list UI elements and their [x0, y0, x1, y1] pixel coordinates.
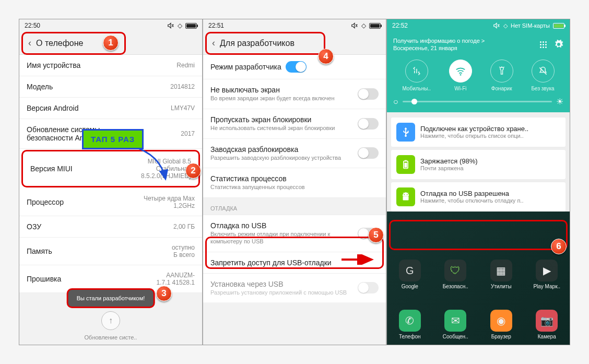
notif-charging[interactable]: Заряжается (98%)Почти заряжена	[391, 150, 566, 179]
row-device-name[interactable]: Имя устройства Redmi	[19, 55, 202, 76]
row-dev-mode[interactable]: Режим разработчика	[203, 55, 386, 79]
status-bar: 22:51 ◇	[203, 19, 386, 32]
qs-wifi[interactable]: Wi-Fi	[449, 60, 472, 91]
app-camera[interactable]: 📷Камера	[528, 310, 565, 339]
grid-icon[interactable]	[540, 41, 547, 48]
app-google[interactable]: GGoogle	[392, 260, 428, 289]
title-bar: ‹ Для разработчиков	[203, 32, 386, 55]
home-dock: ✆Телефон ✉Сообщен.. ◉Браузер 📷Камера	[387, 310, 570, 339]
weather-link[interactable]: Получить информацию о погоде >	[393, 37, 485, 44]
qs-mobile-data[interactable]: Мобильны..	[402, 60, 431, 91]
row-storage[interactable]: Память оступно Б всего	[19, 238, 202, 265]
mute-icon	[167, 22, 174, 29]
callout-tap5: ТАП 5 РАЗ	[82, 129, 144, 149]
page-title: Для разработчиков	[220, 39, 294, 48]
row-android-version[interactable]: Версия Android LMY47V	[19, 98, 202, 119]
badge-5: 5	[368, 227, 384, 243]
home-row-apps: GGoogle 🛡Безопасн.. ▦Утилиты ▶Play Марк.…	[387, 260, 570, 289]
page-title: О телефоне	[36, 39, 83, 48]
qs-silent[interactable]: Без звука	[531, 60, 554, 91]
arrow-icon	[129, 144, 176, 185]
badge-4: 4	[318, 49, 334, 64]
status-time: 22:51	[208, 22, 224, 29]
phone-developer: 22:51 ◇ ‹ Для разработчиков Режим разраб…	[203, 19, 387, 345]
battery-icon	[185, 23, 197, 29]
app-sms[interactable]: ✉Сообщен..	[437, 310, 474, 339]
toggle-skip-lock[interactable]	[358, 118, 379, 130]
notif-usb-debug[interactable]: Отладка по USB разрешенаНажмите, чтобы о…	[391, 182, 566, 212]
brightness-slider[interactable]: ○ ☀	[393, 99, 563, 105]
mute-icon	[493, 22, 500, 29]
back-icon[interactable]: ‹	[23, 38, 36, 49]
status-time: 22:50	[25, 22, 40, 29]
phone-shade: 22:52 ◇ Нет SIM-карты Получить информаци…	[387, 19, 570, 345]
row-skip-lock[interactable]: Пропускать экран блокировки Не использов…	[203, 109, 386, 139]
app-phone[interactable]: ✆Телефон	[392, 310, 428, 339]
battery-charging-icon	[396, 155, 415, 174]
update-text: Обновление систе..	[19, 334, 202, 340]
svg-rect-3	[405, 160, 406, 161]
sim-status: Нет SIM-карты	[511, 22, 550, 29]
toggle-install-usb[interactable]	[358, 282, 379, 293]
section-debug: ОТЛАДКА	[203, 198, 386, 215]
battery-icon	[369, 23, 381, 29]
row-cpu[interactable]: Процессор Четыре ядра Max 1,2GHz	[19, 189, 202, 216]
dev-list: Режим разработчика Не выключать экран Во…	[203, 55, 386, 303]
svg-rect-7	[403, 196, 409, 200]
status-bar: 22:52 ◇ Нет SIM-карты	[387, 19, 570, 32]
app-utils[interactable]: ▦Утилиты	[483, 260, 520, 289]
app-security[interactable]: 🛡Безопасн..	[437, 260, 474, 289]
gear-icon[interactable]	[554, 40, 563, 49]
brightness-high-icon: ☀	[556, 97, 563, 107]
badge-6: 6	[551, 239, 567, 254]
qs-torch[interactable]: Фонарик	[490, 60, 513, 91]
row-oem-unlock[interactable]: Заводская разблокировка Разрешить заводс…	[203, 139, 386, 169]
row-install-usb[interactable]: Установка через USB Разрешить установку …	[203, 274, 386, 303]
status-time: 22:52	[392, 22, 408, 29]
signal-icon: ◇	[503, 22, 508, 29]
toggle-no-sleep[interactable]	[358, 88, 379, 100]
notif-usb-storage[interactable]: Подключен как устройство хране..Нажмите,…	[391, 118, 566, 147]
svg-point-6	[407, 194, 408, 195]
shade-header-area: Получить информацию о погоде > Воскресен…	[387, 32, 570, 112]
row-usb-debug[interactable]: Отладка по USB Включить режим отладки пр…	[203, 215, 386, 252]
mute-icon	[351, 22, 358, 29]
notification-area: Подключен как устройство хране..Нажмите,…	[387, 112, 570, 212]
app-browser[interactable]: ◉Браузер	[483, 310, 520, 339]
scroll-up-icon[interactable]: ↑	[101, 311, 120, 330]
badge-3: 3	[156, 286, 172, 301]
app-play[interactable]: ▶Play Марк..	[528, 260, 565, 289]
row-ram[interactable]: ОЗУ 2,00 ГБ	[19, 216, 202, 238]
brightness-low-icon: ○	[393, 97, 398, 107]
row-no-sleep[interactable]: Не выключать экран Во время зарядки экра…	[203, 79, 386, 109]
back-icon[interactable]: ‹	[207, 38, 220, 49]
battery-icon	[553, 23, 564, 29]
signal-icon: ◇	[361, 22, 366, 29]
svg-rect-4	[405, 162, 407, 167]
svg-point-1	[460, 74, 461, 76]
toast-developer: Вы стали разработчиком!	[67, 288, 155, 308]
svg-point-5	[404, 194, 405, 195]
phone-about: 22:50 ◇ ‹ О телефоне Имя устройства Redm…	[19, 19, 203, 345]
date-text: Воскресенье, 21 января	[393, 44, 485, 52]
row-proc-stats[interactable]: Статистика процессов Статистика запущенн…	[203, 168, 386, 198]
badge-2: 2	[185, 163, 201, 179]
arrow-right-icon	[340, 254, 377, 265]
badge-1: 1	[103, 35, 119, 51]
toggle-oem-unlock[interactable]	[358, 147, 379, 159]
row-model[interactable]: Модель 2014812	[19, 76, 202, 98]
signal-icon: ◇	[178, 22, 182, 29]
toggle-dev-mode[interactable]	[286, 61, 307, 73]
usb-icon	[396, 123, 415, 142]
android-icon	[396, 187, 415, 206]
status-bar: 22:50 ◇	[19, 19, 202, 32]
